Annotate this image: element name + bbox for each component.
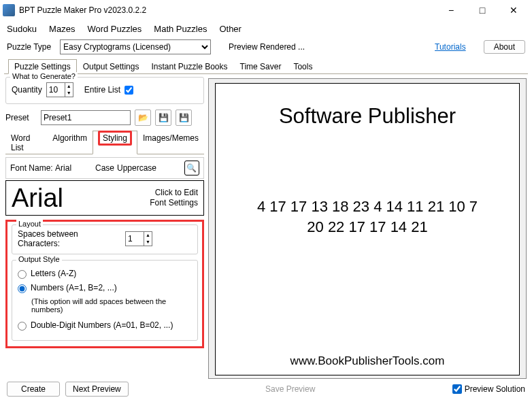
radio-numbers-label: Numbers (A=1, B=2, ...) [31, 283, 117, 292]
subtab-algorithm[interactable]: Algorithm [47, 131, 93, 154]
sp-down[interactable]: ▼ [144, 239, 152, 246]
font-name-value: Arial [55, 163, 71, 173]
preview-page: Software Publisher 4 17 17 13 18 23 4 14… [215, 83, 520, 375]
output-style-legend: Output Style [16, 255, 62, 263]
qty-down[interactable]: ▼ [65, 90, 73, 97]
preview-solution-check[interactable]: Preview Solution [452, 384, 525, 394]
radio-numbers-note: (This option will add spaces between the… [31, 297, 192, 314]
radio-double-digit-label: Double-Digit Numbers (A=01, B=02, ...) [31, 320, 173, 330]
font-preview-hint: Click to Edit Font Settings [150, 188, 198, 208]
bottom-bar: Create Next Preview Save Preview Preview… [0, 378, 532, 402]
layout-group: Layout Spaces between Characters: ▲▼ [12, 224, 198, 254]
folder-icon: 📂 [138, 113, 148, 122]
subtab-styling[interactable]: Styling [93, 131, 137, 154]
spaces-input[interactable] [126, 232, 144, 246]
open-preset-button[interactable]: 📂 [135, 110, 151, 126]
font-settings-button[interactable]: 🔍 [184, 161, 199, 175]
menu-math-puzzles[interactable]: Math Puzzles [154, 24, 207, 34]
sp-up[interactable]: ▲ [144, 232, 152, 239]
tab-tools[interactable]: Tools [287, 59, 318, 74]
close-button[interactable]: ✕ [498, 0, 529, 20]
spaces-stepper[interactable]: ▲▼ [125, 231, 152, 246]
quantity-input[interactable] [47, 83, 65, 97]
what-to-generate-group: What to Generate? Quantity ▲▼ Entire Lis… [5, 77, 204, 104]
save-preset-as-button[interactable]: 💾 [176, 110, 192, 126]
tab-time-saver[interactable]: Time Saver [234, 59, 288, 74]
radio-letters-label: Letters (A-Z) [31, 269, 76, 278]
font-preview-text: Arial [12, 184, 63, 213]
minimize-button[interactable]: − [435, 0, 467, 20]
font-name-label: Font Name: [10, 163, 53, 173]
preview-solution-label: Preview Solution [465, 384, 525, 394]
next-preview-button[interactable]: Next Preview [65, 382, 129, 397]
create-button[interactable]: Create [7, 382, 60, 397]
magnifier-icon: 🔍 [186, 163, 197, 173]
preview-cipher: 4 17 17 13 18 23 4 14 11 21 10 7 20 22 1… [257, 197, 478, 237]
preset-label: Preset [5, 113, 37, 122]
tab-instant-puzzle-books[interactable]: Instant Puzzle Books [145, 59, 233, 74]
quantity-label: Quantity [12, 85, 42, 95]
preview-pane: Software Publisher 4 17 17 13 18 23 4 14… [208, 78, 527, 379]
menubar: Sudoku Mazes Word Puzzles Math Puzzles O… [0, 20, 532, 37]
radio-double-digit[interactable] [18, 322, 27, 331]
titlebar: BPT Puzzle Maker Pro v2023.0.2.2 − □ ✕ [0, 0, 532, 20]
settings-panel: What to Generate? Quantity ▲▼ Entire Lis… [4, 74, 205, 379]
preview-status: Preview Rendered ... [229, 42, 305, 52]
layout-legend: Layout [16, 220, 43, 228]
output-style-group: Output Style Letters (A-Z) Numbers (A=1,… [12, 260, 198, 341]
radio-numbers[interactable] [18, 284, 27, 293]
layout-output-highlight: Layout Spaces between Characters: ▲▼ Out… [5, 220, 204, 348]
preview-solution-checkbox[interactable] [452, 384, 462, 394]
preset-input[interactable] [41, 110, 131, 125]
preview-url: www.BookPublisherTools.com [290, 354, 445, 368]
case-value: Uppercase [117, 163, 156, 173]
sub-tabs: Word List Algorithm Styling Images/Memes [5, 130, 204, 154]
font-preview-box[interactable]: Arial Click to Edit Font Settings [5, 180, 204, 216]
qty-up[interactable]: ▲ [65, 83, 73, 90]
entire-list-checkbox[interactable] [124, 86, 133, 95]
entire-list-label: Entire List [84, 85, 120, 95]
subtab-images-memes[interactable]: Images/Memes [137, 131, 204, 154]
save-preset-button[interactable]: 💾 [155, 110, 171, 126]
save-icon: 💾 [159, 113, 169, 122]
quantity-stepper[interactable]: ▲▼ [46, 82, 73, 97]
puzzle-type-row: Puzzle Type Easy Cryptograms (Licensed) … [0, 37, 532, 58]
styling-highlight: Styling [98, 131, 132, 146]
about-button[interactable]: About [484, 40, 525, 54]
radio-letters[interactable] [18, 270, 27, 279]
maximize-button[interactable]: □ [467, 0, 498, 20]
generate-legend: What to Generate? [10, 72, 78, 80]
preview-title: Software Publisher [279, 104, 456, 129]
spaces-label: Spaces between Characters: [18, 229, 121, 248]
puzzle-type-label: Puzzle Type [7, 42, 54, 52]
save-as-icon: 💾 [179, 113, 189, 122]
window-title: BPT Puzzle Maker Pro v2023.0.2.2 [19, 5, 435, 15]
app-icon [3, 4, 15, 16]
main-tabs: Puzzle Settings Output Settings Instant … [4, 58, 528, 74]
menu-sudoku[interactable]: Sudoku [7, 24, 37, 34]
subtab-word-list[interactable]: Word List [5, 131, 47, 154]
menu-mazes[interactable]: Mazes [49, 24, 75, 34]
tab-output-settings[interactable]: Output Settings [77, 59, 146, 74]
tutorials-link[interactable]: Tutorials [435, 42, 466, 52]
menu-other[interactable]: Other [219, 24, 242, 34]
case-label: Case [95, 163, 114, 173]
save-preview-button[interactable]: Save Preview [265, 384, 315, 394]
font-row: Font Name: Arial Case Uppercase 🔍 [5, 157, 204, 179]
puzzle-type-select[interactable]: Easy Cryptograms (Licensed) [60, 39, 211, 54]
menu-word-puzzles[interactable]: Word Puzzles [87, 24, 142, 34]
